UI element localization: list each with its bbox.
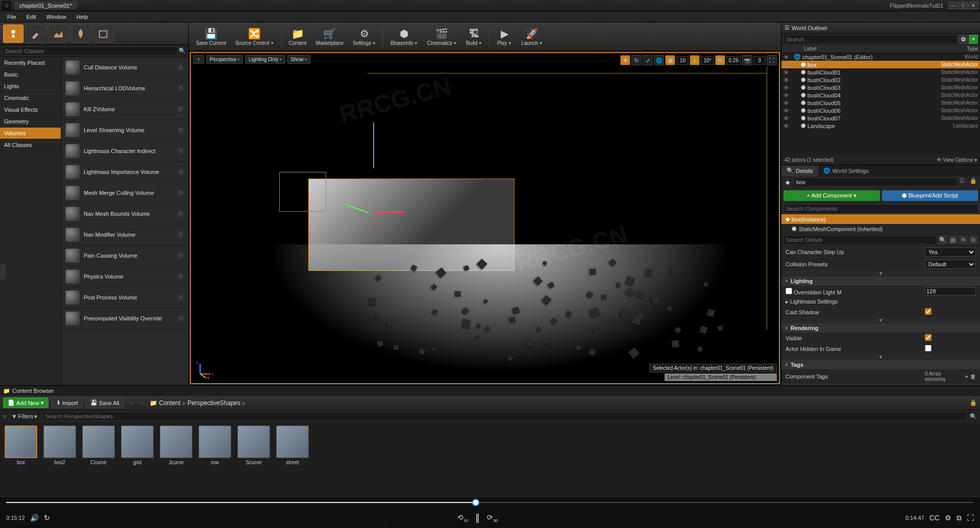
viewport[interactable]: ▼ Perspective▾ Lighting Only▾ Show▾ ✥ ↻ … [190, 52, 780, 384]
panel-collapse-arrow[interactable]: 〈 [0, 264, 6, 280]
outliner-row[interactable]: 👁⬣bushCloud07StaticMeshActor [781, 114, 980, 122]
cat-cinematic[interactable]: Cinematic [0, 92, 61, 104]
tag-add-icon[interactable]: + [965, 373, 968, 380]
close-button[interactable]: ✕ [969, 2, 978, 9]
snap-rot-value[interactable]: 10° [701, 56, 714, 65]
menu-edit[interactable]: Edit [21, 12, 41, 21]
visibility-icon[interactable]: 👁 [783, 108, 792, 114]
volume-item[interactable]: Lightmass Importance Volume? [61, 162, 188, 183]
details-gear-icon[interactable]: ⚙ [969, 235, 978, 244]
mode-geometry[interactable] [93, 24, 113, 43]
asset-item[interactable]: Jcurve [158, 425, 194, 465]
vp-menu-button[interactable]: ▼ [193, 55, 204, 64]
volume-icon[interactable]: 🔊 [30, 514, 39, 522]
col-type[interactable]: Type [927, 46, 978, 52]
expand-arrow[interactable]: ▼ [781, 317, 980, 323]
visibility-icon[interactable]: 👁 [783, 69, 792, 76]
asset-item[interactable]: box [3, 425, 39, 465]
outliner-row[interactable]: 👁⬣boxStaticMeshActor [781, 61, 980, 68]
mode-paint[interactable] [26, 24, 46, 43]
toolbar-build[interactable]: 🏗Build ▼ [462, 26, 486, 47]
col-label[interactable]: Label [794, 46, 927, 52]
visibility-icon[interactable]: 👁 [783, 123, 792, 129]
camera-speed-value[interactable]: 3 [753, 56, 766, 65]
forward-icon[interactable]: ⟳30 [487, 513, 498, 523]
add-component-button[interactable]: + Add Component ▾ [783, 190, 880, 201]
actor-options-icon[interactable]: ☰ [960, 178, 968, 187]
toolbar-blueprints[interactable]: ⬢Blueprints ▼ [386, 26, 422, 47]
cb-filters-button[interactable]: ▼ Filters ▾ [8, 412, 40, 421]
volume-item[interactable]: Pain Causing Volume? [61, 245, 188, 266]
minimize-button[interactable]: — [948, 2, 958, 9]
snap-angle-icon[interactable]: ∠ [690, 55, 700, 65]
expand-arrow[interactable]: ▼ [781, 270, 980, 276]
cat-volumes[interactable]: Volumes [0, 128, 61, 139]
rewind-icon[interactable]: ⟲10 [457, 513, 468, 523]
info-icon[interactable]: ? [177, 85, 184, 92]
autoplay-icon[interactable]: ↻ [44, 514, 50, 522]
asset-item[interactable]: box2 [42, 425, 78, 465]
modes-search-input[interactable] [2, 46, 178, 56]
cat-recently-placed[interactable]: Recently Placed [0, 57, 61, 69]
tab-world-settings[interactable]: 🌐World Settings [818, 165, 874, 176]
cb-lock-icon[interactable]: 🔒 [970, 399, 977, 406]
info-icon[interactable]: ? [177, 273, 184, 280]
info-icon[interactable]: ? [177, 127, 184, 134]
visibility-icon[interactable]: 👁 [783, 54, 792, 60]
vp-perspective-button[interactable]: Perspective▾ [206, 55, 243, 64]
details-search-input[interactable] [783, 235, 937, 244]
volume-item[interactable]: Mesh Merge Culling Volume? [61, 183, 188, 204]
component-root[interactable]: ◆ box(Instance) [781, 214, 980, 224]
volume-item[interactable]: Nav Mesh Bounds Volume? [61, 204, 188, 224]
camera-speed-icon[interactable]: 📷 [742, 55, 752, 65]
info-icon[interactable]: ? [177, 147, 184, 155]
visibility-icon[interactable]: 👁 [783, 77, 792, 83]
toolbar-play[interactable]: ▶Play ▼ [493, 26, 516, 47]
details-eye-icon[interactable]: 👁 [959, 235, 968, 244]
level-tab[interactable]: chapter01_Scene01* [14, 2, 77, 10]
volume-item[interactable]: Nav Modifier Volume? [61, 224, 188, 245]
asset-item[interactable]: Ccurve [81, 425, 116, 465]
outliner-filter-button[interactable]: ⚙ [959, 35, 968, 44]
menu-file[interactable]: File [2, 12, 21, 21]
visibility-icon[interactable]: 👁 [783, 62, 792, 68]
visibility-icon[interactable]: 👁 [783, 85, 792, 91]
asset-item[interactable]: grid [119, 425, 155, 465]
cc-icon[interactable]: CC [929, 514, 940, 522]
expand-arrow[interactable]: ▼ [781, 354, 980, 360]
snap-grid-icon[interactable]: ▦ [665, 55, 675, 65]
asset-item[interactable]: Scurve [236, 425, 272, 465]
component-staticmesh[interactable]: ⬣ StaticMeshComponent (Inherited) [781, 224, 980, 234]
outliner-row[interactable]: 👁🌐chapter01_Scene01 (Editor)World [781, 53, 980, 61]
vp-lighting-button[interactable]: Lighting Only▾ [245, 55, 285, 64]
can-step-select[interactable]: Yes [925, 247, 976, 257]
cast-shadow-check[interactable] [925, 308, 932, 315]
volume-item[interactable]: Cull Distance Volume? [61, 57, 188, 78]
visibility-icon[interactable]: 👁 [783, 92, 792, 98]
cat-all-classes[interactable]: All Classes [0, 139, 61, 151]
asset-item[interactable]: street [275, 425, 310, 465]
visible-check[interactable] [925, 334, 932, 341]
visibility-icon[interactable]: 👁 [783, 115, 792, 121]
pip-icon[interactable]: ⧉ [957, 514, 962, 522]
cat-visual-effects[interactable]: Visual Effects [0, 104, 61, 116]
mode-place[interactable] [3, 24, 23, 43]
path-content[interactable]: Content [159, 399, 181, 407]
cb-sources-icon[interactable]: ≡ [3, 413, 6, 419]
cat-rendering[interactable]: Rendering [781, 323, 980, 333]
cat-lighting[interactable]: Lighting [781, 276, 980, 286]
volume-item[interactable]: Post Process Volume? [61, 287, 188, 308]
coord-space-icon[interactable]: 🌐 [654, 55, 664, 65]
outliner-view-options[interactable]: 👁 View Options ▾ [937, 157, 977, 163]
info-icon[interactable]: ? [177, 252, 184, 259]
details-matrix-icon[interactable]: ▦ [948, 235, 958, 244]
overridden-check[interactable] [786, 288, 792, 294]
volume-item[interactable]: Precomputed Visibility Override? [61, 308, 188, 329]
info-icon[interactable]: ? [177, 64, 184, 71]
mode-landscape[interactable] [48, 24, 68, 43]
snap-scale-icon[interactable]: % [715, 55, 725, 65]
transform-rotate-icon[interactable]: ↻ [631, 55, 642, 65]
info-icon[interactable]: ? [177, 231, 184, 238]
details-search-icon[interactable]: 🔍 [938, 235, 947, 244]
info-icon[interactable]: ? [177, 189, 184, 196]
